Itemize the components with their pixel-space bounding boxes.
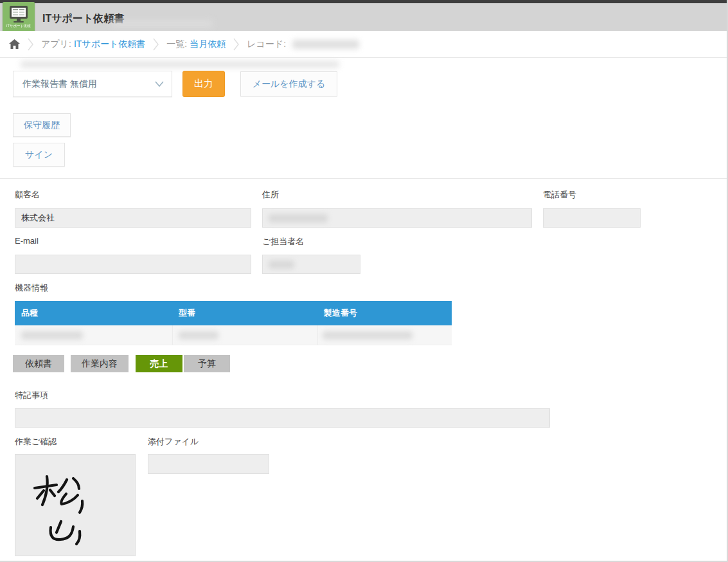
chevron-separator-icon	[28, 38, 33, 51]
address-label: 住所	[262, 189, 279, 201]
equipment-table-header: 品種 型番 製造番号	[15, 301, 452, 325]
chevron-separator-icon	[233, 38, 239, 51]
record-form: 顧客名 株式会社 住所 電話番号 E-mail ご担当者名 機器情報 品種 型番…	[0, 178, 727, 561]
column-header-model: 型番	[172, 301, 317, 325]
customer-name-label: 顧客名	[15, 189, 40, 201]
address-field[interactable]	[262, 208, 532, 228]
email-field[interactable]	[15, 255, 251, 274]
redacted-cell-model	[179, 331, 218, 340]
monitor-icon	[8, 5, 30, 23]
attachment-label: 添付ファイル	[148, 436, 199, 448]
phone-label: 電話番号	[543, 189, 576, 201]
chevron-down-icon	[155, 81, 164, 87]
tab-request[interactable]: 依頼書	[13, 355, 64, 372]
column-header-serial: 製造番号	[317, 301, 452, 325]
customer-name-field[interactable]: 株式会社	[15, 208, 251, 228]
breadcrumb: アプリ: ITサポート依頼書 一覧: 当月依頼 レコード:	[0, 31, 727, 58]
signature-canvas[interactable]	[15, 454, 136, 556]
breadcrumb-list-link[interactable]: 当月依頼	[190, 39, 226, 50]
output-button[interactable]: 出力	[182, 71, 225, 97]
maintenance-history-button[interactable]: 保守履歴	[13, 113, 71, 137]
contact-person-field[interactable]	[262, 255, 360, 274]
breadcrumb-app-prefix: アプリ:	[41, 39, 71, 50]
column-header-kind: 品種	[15, 301, 172, 325]
special-notes-field[interactable]	[15, 408, 550, 428]
contact-person-label: ご担当者名	[262, 236, 304, 248]
redacted-cell-kind	[21, 331, 83, 340]
sign-button[interactable]: サイン	[13, 143, 65, 167]
chevron-separator-icon	[153, 38, 159, 51]
email-label: E-mail	[15, 236, 39, 246]
tab-budget[interactable]: 予算	[184, 355, 230, 372]
report-type-dropdown[interactable]: 作業報告書 無償用	[13, 71, 172, 97]
home-icon[interactable]	[9, 39, 20, 50]
table-row[interactable]	[15, 325, 452, 345]
redacted-toolbar-row	[21, 61, 339, 68]
tab-sales[interactable]: 売上	[136, 355, 182, 372]
equipment-info-label: 機器情報	[15, 282, 48, 294]
special-notes-label: 特記事項	[15, 390, 48, 401]
app-window: ITサポート依頼 ITサポート依頼書 アプリ: ITサポート依頼書 一覧: 当月…	[0, 0, 727, 561]
work-confirm-label: 作業ご確認	[15, 436, 57, 448]
app-icon[interactable]: ITサポート依頼	[3, 2, 35, 33]
attachment-field[interactable]	[148, 454, 269, 474]
breadcrumb-record-prefix: レコード:	[247, 39, 286, 50]
breadcrumb-app-link[interactable]: ITサポート依頼書	[74, 39, 145, 50]
phone-field[interactable]	[543, 208, 641, 228]
create-mail-button[interactable]: メールを作成する	[240, 71, 337, 96]
app-header: ITサポート依頼 ITサポート依頼書	[0, 3, 727, 31]
app-icon-label: ITサポート依頼	[6, 23, 31, 28]
redacted-header-text	[111, 20, 213, 28]
redacted-record-name	[292, 40, 359, 49]
redacted-contact-value	[269, 260, 294, 269]
redacted-address-value	[269, 214, 328, 222]
breadcrumb-list-prefix: 一覧:	[166, 39, 187, 50]
equipment-table: 品種 型番 製造番号	[15, 301, 452, 345]
redacted-cell-serial	[323, 331, 413, 340]
customer-name-value: 株式会社	[21, 212, 55, 224]
tab-work-detail[interactable]: 作業内容	[71, 355, 129, 372]
signature-drawing	[15, 455, 135, 556]
report-type-value: 作業報告書 無償用	[22, 78, 97, 90]
